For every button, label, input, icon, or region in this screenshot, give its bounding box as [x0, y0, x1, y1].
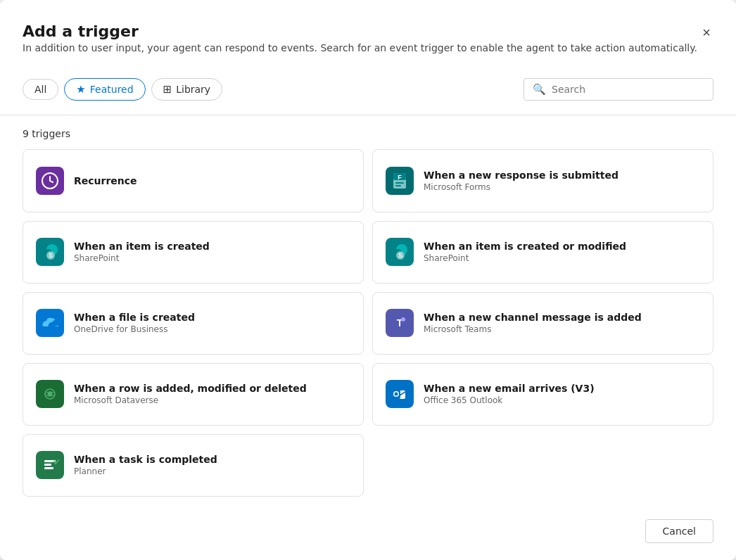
- teams-icon: T: [386, 309, 414, 337]
- trigger-sp-created-app: SharePoint: [74, 253, 210, 263]
- recurrence-icon: [36, 167, 64, 195]
- filter-bar: All ★ Featured ⊞ Library 🔍: [23, 78, 713, 101]
- trigger-dataverse-name: When a row is added, modified or deleted: [74, 383, 307, 394]
- close-button[interactable]: ×: [699, 23, 713, 42]
- dialog-title-group: Add a trigger In addition to user input,…: [23, 23, 697, 72]
- trigger-teams-app: Microsoft Teams: [424, 324, 642, 334]
- svg-rect-29: [44, 467, 53, 469]
- svg-rect-28: [44, 464, 51, 466]
- svg-rect-5: [395, 185, 401, 186]
- trigger-recurrence[interactable]: Recurrence: [23, 149, 364, 212]
- tab-library-label: Library: [176, 84, 210, 95]
- trigger-dataverse-app: Microsoft Dataverse: [74, 395, 307, 405]
- dataverse-icon: [36, 380, 64, 408]
- cancel-label: Cancel: [663, 526, 696, 537]
- trigger-outlook-app: Office 365 Outlook: [424, 395, 595, 405]
- trigger-forms-app: Microsoft Forms: [424, 182, 618, 192]
- trigger-planner-app: Planner: [74, 466, 217, 476]
- add-trigger-dialog: Add a trigger In addition to user input,…: [0, 0, 736, 560]
- search-box: 🔍: [524, 78, 713, 101]
- trigger-sharepoint-modified[interactable]: S When an item is created or modified Sh…: [372, 221, 713, 284]
- close-icon: ×: [702, 25, 711, 40]
- cancel-button[interactable]: Cancel: [645, 519, 713, 543]
- tab-all[interactable]: All: [23, 79, 58, 100]
- trigger-forms-response[interactable]: F When a new response is submitted Micro…: [372, 149, 713, 212]
- dialog-header: Add a trigger In addition to user input,…: [23, 23, 713, 72]
- svg-text:S: S: [49, 252, 53, 259]
- trigger-forms-name: When a new response is submitted: [424, 170, 618, 181]
- divider: [0, 115, 736, 115]
- tab-all-label: All: [34, 84, 46, 95]
- dialog-title: Add a trigger: [23, 23, 697, 41]
- outlook-icon: [386, 380, 414, 408]
- sharepoint-icon-2: S: [386, 238, 414, 266]
- onedrive-icon: [36, 309, 64, 337]
- trigger-planner-name: When a task is completed: [74, 454, 217, 465]
- trigger-sp-modified-name: When an item is created or modified: [424, 241, 626, 252]
- trigger-sp-modified-app: SharePoint: [424, 253, 626, 263]
- triggers-grid: Recurrence F When a new response is subm…: [23, 149, 713, 497]
- search-icon: 🔍: [533, 83, 546, 96]
- triggers-count: 9 triggers: [23, 128, 713, 139]
- sharepoint-icon-1: S: [36, 238, 64, 266]
- empty-cell: [372, 434, 713, 497]
- trigger-teams-name: When a new channel message is added: [424, 312, 642, 323]
- tab-library[interactable]: ⊞ Library: [151, 78, 223, 101]
- forms-icon: F: [386, 167, 414, 195]
- star-icon: ★: [76, 83, 85, 96]
- dialog-footer: Cancel: [23, 505, 713, 560]
- tab-featured[interactable]: ★ Featured: [64, 78, 145, 101]
- tab-featured-label: Featured: [90, 84, 134, 95]
- library-icon: ⊞: [163, 83, 172, 96]
- trigger-onedrive[interactable]: When a file is created OneDrive for Busi…: [23, 292, 364, 355]
- trigger-dataverse[interactable]: When a row is added, modified or deleted…: [23, 363, 364, 426]
- svg-point-16: [401, 317, 405, 322]
- trigger-outlook-name: When a new email arrives (V3): [424, 383, 595, 394]
- svg-text:S: S: [398, 252, 402, 259]
- trigger-teams[interactable]: T When a new channel message is added Mi…: [372, 292, 713, 355]
- trigger-outlook[interactable]: When a new email arrives (V3) Office 365…: [372, 363, 713, 426]
- trigger-onedrive-name: When a file is created: [74, 312, 195, 323]
- trigger-onedrive-app: OneDrive for Business: [74, 324, 195, 334]
- trigger-sp-created-name: When an item is created: [74, 241, 210, 252]
- trigger-planner[interactable]: When a task is completed Planner: [23, 434, 364, 497]
- trigger-sharepoint-created[interactable]: S When an item is created SharePoint: [23, 221, 364, 284]
- dialog-subtitle: In addition to user input, your agent ca…: [23, 41, 697, 56]
- planner-icon: [36, 451, 64, 479]
- trigger-recurrence-name: Recurrence: [74, 175, 137, 186]
- filter-tabs: All ★ Featured ⊞ Library: [23, 78, 222, 101]
- svg-text:F: F: [398, 174, 402, 181]
- search-input[interactable]: [552, 84, 704, 95]
- svg-point-25: [395, 393, 398, 396]
- svg-rect-4: [395, 182, 404, 184]
